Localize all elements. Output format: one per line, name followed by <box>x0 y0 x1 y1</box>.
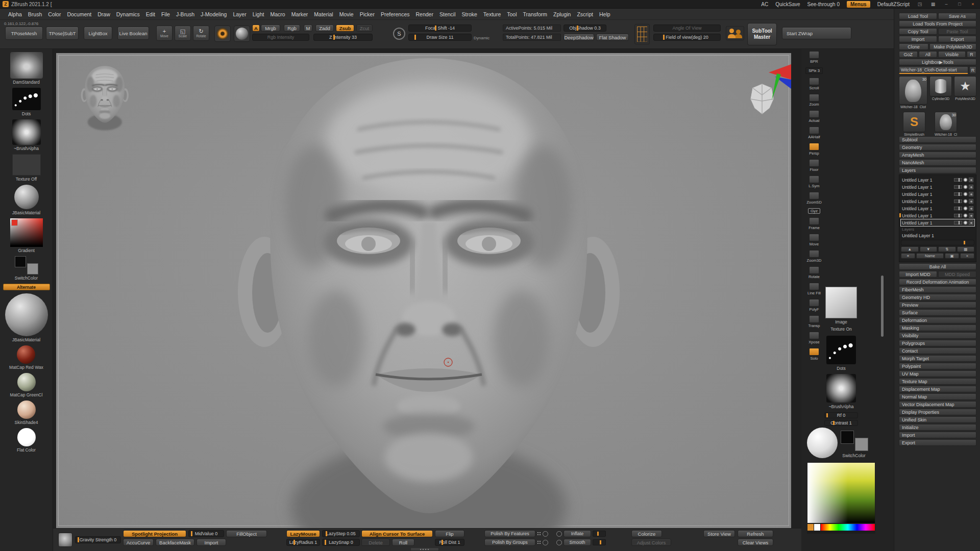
save-as-button[interactable]: Save As <box>938 13 976 19</box>
colorize-button[interactable]: Colorize <box>631 530 662 537</box>
roll-dist-slider[interactable]: Roll Dist 1 <box>435 539 464 546</box>
stroke-curve-icon[interactable]: S <box>393 28 405 40</box>
palette-section-header[interactable]: Visibility <box>899 332 976 339</box>
polish-groups-toggle[interactable] <box>543 540 548 545</box>
palette-section-header[interactable]: NanoMesh <box>899 159 976 166</box>
current-layer-name[interactable]: Untitled Layer 1 <box>901 232 974 239</box>
strip-button[interactable]: Actual <box>805 110 823 123</box>
layer-row[interactable]: Untitled Layer 1 <box>901 198 974 205</box>
tpose-subt-button[interactable]: TPose|SubT <box>46 27 79 40</box>
menu-item[interactable]: Document <box>64 10 94 18</box>
layer-row[interactable]: Untitled Layer 1 <box>901 205 974 212</box>
tool-thumb-witcher[interactable]: 30 Witcher-18_Clot <box>935 112 957 136</box>
brush-selector[interactable]: DamStandard <box>10 52 43 85</box>
material-selector[interactable]: JBasicMaterial <box>12 185 40 215</box>
matcap-green[interactable]: MatCap GreenCl <box>10 373 43 397</box>
layer-strength-slider[interactable] <box>954 207 962 210</box>
strip-button[interactable]: Rotate <box>805 266 823 279</box>
palette-section-header[interactable]: Display Properties <box>899 409 976 415</box>
palette-section-header[interactable]: Initialize <box>899 424 976 431</box>
menu-item[interactable]: Light <box>250 10 267 18</box>
rotate-button[interactable]: ↻Rotate <box>193 26 209 41</box>
palette-section-header[interactable]: Polypaint <box>899 363 976 369</box>
layer-up-button[interactable]: ▲ <box>901 246 919 252</box>
clone-button[interactable]: Clone <box>899 43 928 50</box>
skinshade[interactable]: SkinShade4 <box>15 400 38 425</box>
polish-groups-mini-slider[interactable] <box>537 540 541 545</box>
strip-button[interactable]: BPR <box>805 51 823 64</box>
palette-section-header[interactable]: Vector Displacement Map <box>899 401 976 408</box>
backfacemask-button[interactable]: BackfaceMask <box>156 539 194 546</box>
import-tool-button[interactable]: Import <box>899 36 937 42</box>
mrgb-toggle[interactable]: Mrgb <box>261 24 280 32</box>
obj-shadow-slider[interactable]: ObjShadow 0.3 <box>564 24 606 32</box>
lazysnap-slider[interactable]: LazySnap 0 <box>322 539 360 546</box>
menu-item[interactable]: Macro <box>267 10 288 18</box>
menu-item[interactable]: Layer <box>230 10 249 18</box>
fillobject-button[interactable]: FillObject <box>226 530 267 537</box>
menu-item[interactable]: Help <box>596 10 614 18</box>
layer-strength-slider[interactable] <box>954 221 962 224</box>
scrollbar[interactable] <box>881 276 884 337</box>
paste-tool-button[interactable]: Paste Tool <box>938 28 976 35</box>
layer-row[interactable]: Untitled Layer 1 <box>901 191 974 197</box>
inflate-button[interactable]: Inflate <box>564 530 591 537</box>
anchor-toggle[interactable]: A <box>252 24 260 32</box>
layer-visibility-icon[interactable] <box>963 213 968 218</box>
rgb-toggle[interactable]: Rgb <box>284 24 300 32</box>
import-button[interactable]: Import <box>197 539 226 546</box>
layer-record-icon[interactable] <box>969 178 973 182</box>
palette-section-header[interactable]: Normal Map <box>899 393 976 400</box>
tool-thumb-cylinder[interactable]: Cylinder3D <box>929 76 952 101</box>
palette-section-header[interactable]: ArrayMesh <box>899 152 976 158</box>
layer-record-icon[interactable] <box>969 206 973 211</box>
material-preview-sphere[interactable] <box>807 428 838 458</box>
layer-strength-slider[interactable] <box>954 178 962 182</box>
menu-item[interactable]: Edit <box>143 10 158 18</box>
dynamic-label[interactable]: Dynamic <box>474 36 489 40</box>
layer-row[interactable]: Untitled Layer 1 <box>901 212 974 219</box>
flat-color[interactable]: Flat Color <box>17 428 36 453</box>
ac-button[interactable]: AC <box>761 2 768 7</box>
layer-visibility-icon[interactable] <box>963 220 968 225</box>
inflate-toggle[interactable] <box>556 531 562 537</box>
layer-record-icon[interactable] <box>969 213 973 218</box>
color-picker[interactable] <box>807 462 875 534</box>
rgb-intensity-slider[interactable]: Rgb Intensity <box>252 34 309 41</box>
delete-button[interactable]: Delete <box>361 539 390 546</box>
menu-item[interactable]: Draw <box>94 10 113 18</box>
smooth-toggle[interactable] <box>556 540 562 545</box>
layer-record-icon[interactable] <box>969 220 973 225</box>
layer-new-button[interactable]: ▦ <box>957 246 975 252</box>
main-color-swatch[interactable] <box>841 431 854 444</box>
color-gradient-picker[interactable]: Gradient <box>10 218 43 253</box>
grid-icon[interactable]: ▦ <box>930 2 936 7</box>
palette-section-header[interactable]: Masking <box>899 324 976 331</box>
layer-list-button[interactable]: ≡ <box>901 253 915 259</box>
menu-item[interactable]: Picker <box>357 10 378 18</box>
gravity-strength-slider[interactable]: Gravity Strength 0 <box>75 536 121 543</box>
strip-button[interactable]: Move <box>805 234 823 246</box>
menu-item[interactable]: Preferences <box>378 10 413 18</box>
menu-item[interactable]: Marker <box>288 10 311 18</box>
menu-item[interactable]: File <box>158 10 173 18</box>
layers-section-header[interactable]: Layers <box>899 167 976 173</box>
primary-color-swatch[interactable] <box>15 256 26 267</box>
goz-all-button[interactable]: All <box>919 51 938 58</box>
start-zwrap-button[interactable]: Start ZWrap <box>782 27 851 39</box>
flip-button[interactable]: Flip <box>435 530 464 537</box>
menu-item[interactable]: Stencil <box>436 10 459 18</box>
menu-item[interactable]: Zscript <box>574 10 596 18</box>
texture-image-thumb[interactable] <box>825 287 857 318</box>
menu-item[interactable]: Texture <box>480 10 504 18</box>
flat-shadow-button[interactable]: Flat Shadow <box>596 34 629 41</box>
layer-visibility-icon[interactable] <box>963 185 968 189</box>
switchcolor-label[interactable]: SwitchColor <box>834 453 874 458</box>
menu-item[interactable]: Brush <box>25 10 45 18</box>
layer-swap-button[interactable]: ⇅ <box>938 246 956 252</box>
palette-section-header[interactable]: Geometry HD <box>899 294 976 300</box>
deep-shadow-button[interactable]: DeepShadow <box>564 34 594 41</box>
goz-visible-button[interactable]: Visible <box>938 51 966 58</box>
viewport-canvas[interactable] <box>53 49 801 528</box>
strip-button[interactable]: Floor <box>805 159 823 172</box>
